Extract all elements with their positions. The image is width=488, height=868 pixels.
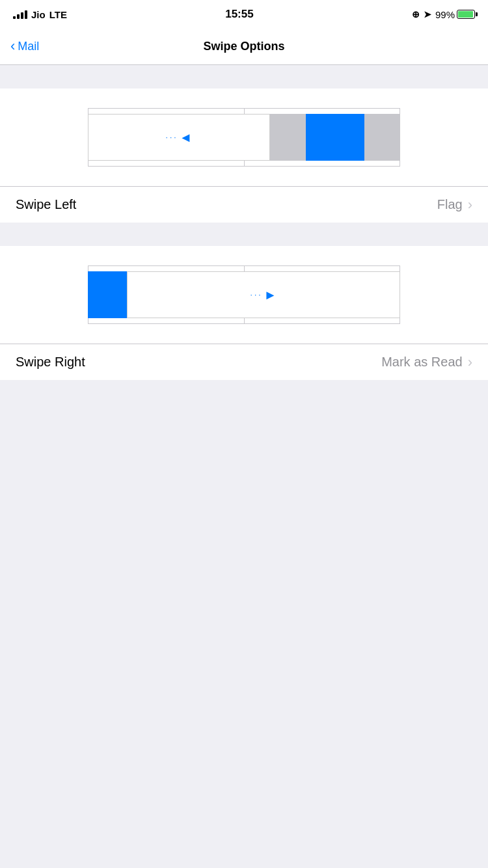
time-label: 15:55 <box>225 8 253 21</box>
swipe-right-colors <box>88 271 127 318</box>
network-type-label: LTE <box>49 9 67 20</box>
back-label: Mail <box>18 40 39 53</box>
nav-bar: ‹ Mail Swipe Options <box>0 29 488 65</box>
swipe-left-dots: ··· <box>166 133 178 142</box>
swipe-right-main-cell: ··· ► <box>127 271 400 318</box>
carrier-label: Jio <box>31 9 46 20</box>
section-gap-top <box>0 65 488 88</box>
swipe-left-colors <box>270 114 400 161</box>
status-left: Jio LTE <box>13 9 67 20</box>
swipe-left-demo-wrapper: ··· ◄ <box>88 108 400 167</box>
page-title: Swipe Options <box>203 40 284 53</box>
swipe-color-blue1 <box>306 114 364 161</box>
swipe-color-gray2 <box>364 114 400 161</box>
swipe-right-value: Mark as Read <box>381 355 463 370</box>
swipe-right-value-container: Mark as Read › <box>381 354 472 371</box>
status-bar: Jio LTE 15:55 ⊕ ➤ 99% <box>0 0 488 29</box>
swipe-color-gray1 <box>270 114 306 161</box>
back-button[interactable]: ‹ Mail <box>10 40 39 53</box>
battery-fill <box>458 11 473 18</box>
swipe-color-blue-left <box>88 271 127 318</box>
section-gap-middle <box>0 223 488 246</box>
back-chevron-icon: ‹ <box>10 39 15 53</box>
swipe-right-demo-area: ··· ► <box>0 246 488 344</box>
swipe-left-value: Flag <box>437 197 463 212</box>
swipe-left-row[interactable]: Swipe Left Flag › <box>0 186 488 223</box>
swipe-left-main-cell: ··· ◄ <box>88 114 270 161</box>
swipe-left-arrow-icon: ··· ◄ <box>166 130 193 145</box>
swipe-right-section: ··· ► Swipe Right Mark as Read › <box>0 246 488 380</box>
swipe-left-section: ··· ◄ Swipe Left Flag › <box>0 88 488 223</box>
battery-icon <box>457 10 475 19</box>
bottom-gray-area <box>0 380 488 608</box>
swipe-left-chevron-icon: › <box>468 197 472 213</box>
battery-container: 99% <box>435 9 475 20</box>
swipe-left-value-container: Flag › <box>437 197 472 213</box>
swipe-right-demo-wrapper: ··· ► <box>88 265 400 324</box>
swipe-right-dots: ··· <box>251 290 263 299</box>
signal-icon <box>13 10 27 19</box>
lock-icon: ⊕ <box>412 9 420 20</box>
location-icon: ➤ <box>424 9 431 20</box>
swipe-right-arrow: ► <box>264 288 277 303</box>
swipe-right-row[interactable]: Swipe Right Mark as Read › <box>0 344 488 380</box>
swipe-left-arrow: ◄ <box>180 130 193 145</box>
swipe-left-label: Swipe Left <box>16 197 76 212</box>
status-right: ⊕ ➤ 99% <box>412 9 475 20</box>
swipe-left-demo-area: ··· ◄ <box>0 88 488 186</box>
swipe-right-arrow-icon: ··· ► <box>251 288 277 303</box>
swipe-right-chevron-icon: › <box>468 354 472 371</box>
swipe-right-demo: ··· ► <box>88 271 400 318</box>
battery-percent: 99% <box>435 9 455 20</box>
swipe-right-label: Swipe Right <box>16 355 85 370</box>
swipe-left-demo: ··· ◄ <box>88 114 400 161</box>
